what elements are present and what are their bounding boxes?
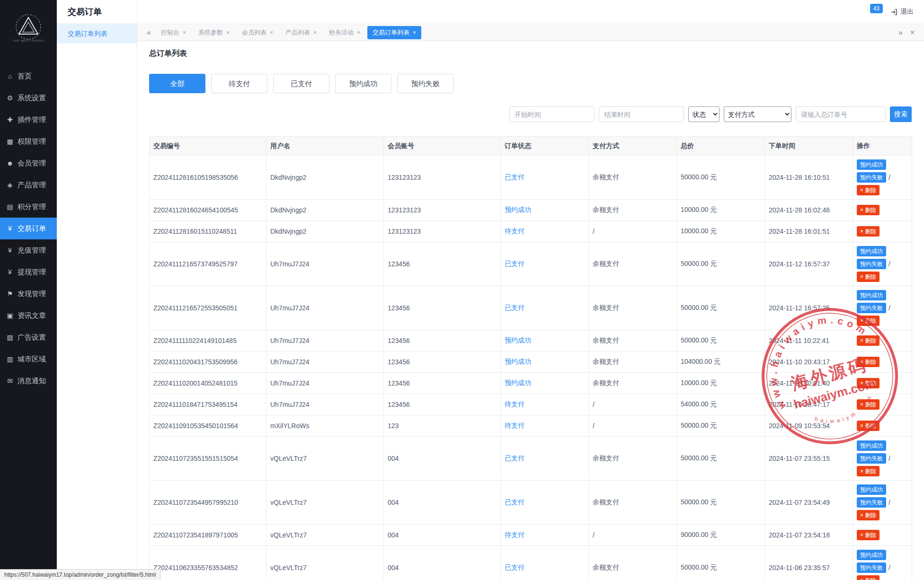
order-status-link[interactable]: 已支付 [505,498,524,506]
sidebar-item-trade-orders[interactable]: ¥交易订单 [0,218,57,239]
tab-strip: 控制台×系统参数×会员列表×产品列表×秒杀活动×交易订单列表× [156,26,421,39]
order-status-link[interactable]: 待支付 [505,422,524,429]
sidebar-item-withdraw-management[interactable]: ¥提现管理 [0,261,57,283]
filter-tab-3[interactable]: 预约成功 [335,74,391,93]
order-status-link[interactable]: 待支付 [505,227,524,235]
sidebar-item-news-articles[interactable]: ▣资讯文章 [0,305,57,326]
sidebar-item-ad-settings[interactable]: ▨广告设置 [0,326,57,348]
tab-5[interactable]: 交易订单列表× [367,26,421,39]
sidebar-item-plugin-management[interactable]: ✚插件管理 [0,109,57,131]
tab-0[interactable]: 控制台× [156,26,191,39]
reserve-fail-button[interactable]: 预约失败 [857,259,886,269]
start-time-input[interactable] [509,106,595,122]
tabs-close-all-icon[interactable]: × [907,28,917,37]
actions-cell: 预约成功预约失败/× 删除 [853,546,912,580]
order-no-input[interactable] [796,106,886,122]
tab-2[interactable]: 会员列表× [237,26,278,39]
delete-button[interactable]: × 删除 [857,226,880,237]
tab-close-icon[interactable]: × [226,29,230,36]
delete-button[interactable]: × 删除 [857,316,880,326]
reserve-fail-button[interactable]: 预约失败 [857,172,886,183]
action-separator: / [888,260,890,268]
delete-button[interactable]: × 删除 [857,378,880,388]
order-status-link[interactable]: 预约成功 [505,206,531,213]
reserve-fail-button[interactable]: 预约失败 [857,562,886,573]
username-cell: vQLeVLTrz7 [267,481,384,525]
delete-button[interactable]: × 删除 [857,399,880,410]
username-cell: Uh7muJ7J24 [267,352,384,373]
filter-tab-4[interactable]: 预约失败 [397,74,453,93]
account-cell: 004 [384,481,501,525]
sidebar-item-message-notice[interactable]: ✉消息通知 [0,370,57,392]
username-cell: vQLeVLTrz7 [267,546,384,580]
delete-button[interactable]: × 删除 [857,357,880,367]
orders-tbody: Z2024112816105198535056DkdNvjngp21231231… [150,156,912,580]
notification-badge[interactable]: 43 [870,4,883,13]
sidebar-item-city-region[interactable]: ▥城市区域 [0,348,57,370]
app-logo[interactable]: THE BEST GONGO [0,0,57,57]
account-cell: 123456 [384,373,501,394]
tab-close-icon[interactable]: × [313,29,317,36]
delete-button[interactable]: × 删除 [857,510,880,520]
reserve-fail-button[interactable]: 预约失败 [857,497,886,508]
delete-button[interactable]: × 删除 [857,466,880,476]
order-status-link[interactable]: 预约成功 [505,336,531,344]
reserve-success-button[interactable]: 预约成功 [857,484,886,495]
filter-tab-2[interactable]: 已支付 [273,74,329,93]
delete-button[interactable]: × 删除 [857,575,880,580]
filter-tab-1[interactable]: 待支付 [211,74,267,93]
sidebar-item-product-management[interactable]: ◈产品管理 [0,174,57,196]
sidebar-item-discovery-management[interactable]: ⚑发现管理 [0,283,57,305]
logout-button[interactable]: 退出 [890,8,914,16]
reserve-success-button[interactable]: 预约成功 [857,550,886,560]
search-button[interactable]: 搜索 [890,106,912,122]
filter-tab-0[interactable]: 全部 [149,74,205,93]
tabs-scroll-left-icon[interactable]: « [144,28,154,37]
reserve-success-button[interactable]: 预约成功 [857,159,886,170]
tab-1[interactable]: 系统参数× [193,26,235,39]
order-status-link[interactable]: 已支付 [505,173,524,181]
order-status-link[interactable]: 已支付 [505,454,524,462]
order-status-link[interactable]: 待支付 [505,531,524,538]
sidebar-item-system-settings[interactable]: ⚙系统设置 [0,87,57,109]
sidebar-item-points-management[interactable]: ▤积分管理 [0,196,57,218]
order-status-link[interactable]: 待支付 [505,400,524,408]
table-row: Z2024112816015110248511DkdNvjngp21231231… [150,221,912,242]
reserve-fail-button[interactable]: 预约失败 [857,303,886,313]
tab-close-icon[interactable]: × [357,29,360,36]
delete-button[interactable]: × 删除 [857,335,880,346]
pay-method-select[interactable]: 支付方式 [724,106,791,122]
price-cell: 50000.00 元 [677,437,765,481]
subnav-item-0[interactable]: 交易订单列表 [57,24,137,44]
end-time-input[interactable] [599,106,684,122]
delete-button[interactable]: × 删除 [857,272,880,282]
delete-button[interactable]: × 删除 [857,530,880,540]
sidebar-item-home[interactable]: ⌂首页 [0,65,57,87]
order-status-link[interactable]: 已支付 [505,563,524,571]
order-status-link[interactable]: 已支付 [505,260,524,267]
order-status-link[interactable]: 预约成功 [505,358,531,365]
order-status-link[interactable]: 已支付 [505,304,524,311]
sidebar-item-permission-management[interactable]: ▦权限管理 [0,131,57,152]
tab-close-icon[interactable]: × [413,29,416,36]
reserve-fail-button[interactable]: 预约失败 [857,453,886,464]
logo-triangle-icon: THE BEST GONGO [10,10,47,47]
status-select[interactable]: 状态 [688,106,720,122]
time-cell: 2024-11-06 23:35:57 [765,546,853,580]
delete-button[interactable]: × 删除 [857,421,880,431]
tab-close-icon[interactable]: × [183,29,186,36]
order-status-link[interactable]: 预约成功 [505,379,531,387]
delete-button[interactable]: × 删除 [857,205,880,215]
tab-close-icon[interactable]: × [270,29,273,36]
delete-button[interactable]: × 删除 [857,185,880,195]
reserve-success-button[interactable]: 预约成功 [857,290,886,300]
tabs-scroll-right-icon[interactable]: » [896,28,906,37]
sidebar-item-recharge-management[interactable]: ¥充值管理 [0,239,57,261]
tab-4[interactable]: 秒杀活动× [324,26,365,39]
action-separator: / [888,304,890,312]
reserve-success-button[interactable]: 预约成功 [857,440,886,451]
reserve-success-button[interactable]: 预约成功 [857,246,886,256]
column-header: 用户名 [267,137,384,156]
sidebar-item-member-management[interactable]: ☻会员管理 [0,152,57,174]
tab-3[interactable]: 产品列表× [280,26,322,39]
